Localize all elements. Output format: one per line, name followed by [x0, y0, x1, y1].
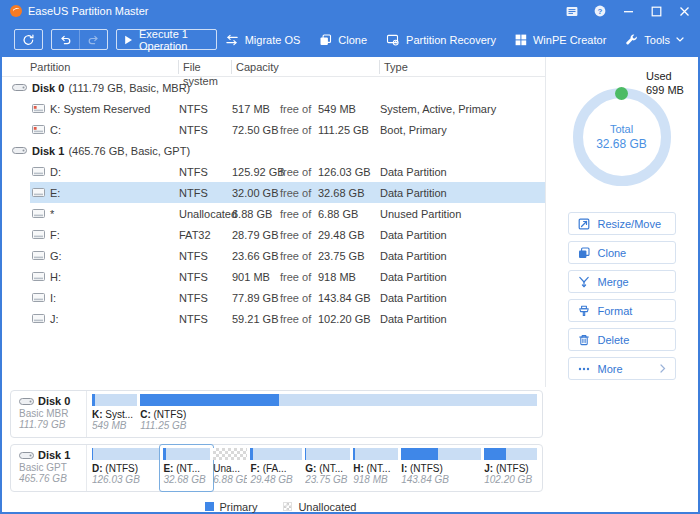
filesystem-value: FAT32 — [179, 229, 232, 241]
partition-row[interactable]: H:NTFS901 MBfree of918 MBData Partition — [2, 266, 545, 287]
partition-segment[interactable]: J: (NTFS)102.20 GB — [484, 448, 537, 489]
partition-row[interactable]: *Unallocated6.88 GBfree of6.88 GBUnused … — [2, 203, 545, 224]
undo-icon — [59, 34, 72, 46]
disk1-panel: Disk 1 Basic GPT 465.76 GB D: (NTFS)126.… — [10, 444, 543, 492]
partition-row[interactable]: D:NTFS125.92 GBfree of126.03 GBData Part… — [2, 161, 545, 182]
drive-icon — [32, 124, 45, 135]
drive-icon — [32, 313, 45, 324]
partition-recovery-button[interactable]: Partition Recovery — [386, 34, 496, 46]
format-button[interactable]: Format — [568, 299, 676, 322]
partition-row[interactable]: C:NTFS72.50 GBfree of111.25 GBBoot, Prim… — [2, 119, 545, 140]
filesystem-value: NTFS — [179, 124, 232, 136]
clone-toolbar-button[interactable]: Clone — [319, 34, 367, 46]
delete-icon — [578, 334, 590, 346]
partition-row[interactable]: G:NTFS23.66 GBfree of23.75 GBData Partit… — [2, 245, 545, 266]
undo-redo-group — [51, 29, 108, 50]
toolbar: Execute 1 Operation Migrate OS Clone Par… — [2, 22, 698, 57]
clone-button[interactable]: Clone — [568, 241, 676, 264]
column-header-type: Type — [380, 60, 545, 74]
free-of-label: free of — [280, 208, 318, 220]
partition-name: F: — [50, 229, 60, 241]
partition-segment[interactable]: K: Syst...549 MB — [92, 394, 137, 435]
disk-row[interactable]: Disk 1(465.76 GB, Basic, GPT) — [2, 140, 545, 161]
segment-size: 126.03 GB — [92, 474, 160, 485]
resize-move-icon — [578, 218, 590, 230]
unallocated-swatch-icon — [283, 502, 292, 511]
clone-label: Clone — [598, 247, 627, 259]
migrate-os-button[interactable]: Migrate OS — [225, 34, 301, 46]
column-header-filesystem: File system — [179, 60, 232, 74]
free-of-label: free of — [280, 229, 318, 241]
disk-row[interactable]: Disk 0(111.79 GB, Basic, MBR) — [2, 77, 545, 98]
partition-segment[interactable]: C: (NTFS)111.25 GB — [140, 394, 537, 435]
more-button[interactable]: More — [568, 357, 676, 380]
partition-row[interactable]: K: System ReservedNTFS517 MBfree of549 M… — [2, 98, 545, 119]
partition-segment[interactable]: E: (NT...32.68 GB — [163, 448, 210, 489]
tools-icon — [625, 34, 638, 46]
segment-usage-bar — [401, 448, 481, 460]
maximize-button[interactable] — [650, 5, 662, 17]
segment-label: I: (NTFS) — [401, 463, 481, 474]
partition-row[interactable]: I:NTFS77.89 GBfree of143.84 GBData Parti… — [2, 287, 545, 308]
view-mode-icon[interactable] — [566, 5, 578, 17]
partition-segment[interactable]: D: (NTFS)126.03 GB — [92, 448, 160, 489]
type-value: Unused Partition — [380, 208, 545, 220]
hdd-icon — [19, 450, 34, 461]
segment-size: 143.84 GB — [401, 474, 481, 485]
disk0-label[interactable]: Disk 0 Basic MBR 111.79 GB — [11, 391, 87, 437]
free-of-label: free of — [280, 124, 318, 136]
help-icon[interactable]: ? — [594, 5, 606, 17]
free-value: 32.00 GB — [232, 187, 280, 199]
merge-icon — [578, 276, 590, 288]
redo-button[interactable] — [79, 30, 107, 49]
legend-primary: Primary — [205, 501, 258, 513]
partition-table: Partition File system Capacity Type Disk… — [2, 57, 545, 387]
refresh-button[interactable] — [14, 29, 43, 50]
filesystem-value: NTFS — [179, 271, 232, 283]
free-value: 6.88 GB — [232, 208, 280, 220]
partition-segment[interactable]: H: (NT...918 MB — [353, 448, 398, 489]
resize-move-label: Resize/Move — [598, 218, 662, 230]
close-button[interactable] — [678, 5, 690, 17]
partition-row[interactable]: J:NTFS59.21 GBfree of102.20 GBData Parti… — [2, 308, 545, 329]
disk-detail: (111.79 GB, Basic, MBR) — [68, 82, 190, 94]
merge-label: Merge — [598, 276, 629, 288]
disk1-size: 465.76 GB — [19, 473, 84, 484]
delete-button[interactable]: Delete — [568, 328, 676, 351]
disk0-segments: K: Syst...549 MBC: (NTFS)111.25 GB — [87, 391, 542, 437]
minimize-button[interactable] — [622, 5, 634, 17]
redo-icon — [87, 34, 100, 46]
filesystem-value: NTFS — [179, 313, 232, 325]
free-value: 72.50 GB — [232, 124, 280, 136]
execute-operation-button[interactable]: Execute 1 Operation — [116, 29, 217, 50]
filesystem-value: NTFS — [179, 292, 232, 304]
execute-operation-label: Execute 1 Operation — [139, 28, 209, 52]
partition-row[interactable]: F:FAT3228.79 GBfree of29.48 GBData Parti… — [2, 224, 545, 245]
partition-segment[interactable]: I: (NTFS)143.84 GB — [401, 448, 481, 489]
partition-name: C: — [50, 124, 61, 136]
partition-segment[interactable]: G: (NT...23.75 GB — [305, 448, 350, 489]
free-of-label: free of — [280, 187, 318, 199]
partition-row[interactable]: E:NTFS32.00 GBfree of32.68 GBData Partit… — [2, 182, 545, 203]
segment-size: 6.88 GB — [213, 474, 247, 485]
type-value: Data Partition — [380, 271, 545, 283]
winpe-creator-button[interactable]: WinPE Creator — [515, 34, 606, 46]
segment-label: D: (NTFS) — [92, 463, 160, 474]
usage-donut-chart: Total 32.68 GB — [573, 88, 671, 186]
free-value: 28.79 GB — [232, 229, 280, 241]
disk1-label[interactable]: Disk 1 Basic GPT 465.76 GB — [11, 445, 87, 491]
tools-button[interactable]: Tools — [625, 34, 684, 46]
segment-label: H: (NT... — [353, 463, 398, 474]
table-header: Partition File system Capacity Type — [2, 57, 545, 77]
resize-move-button[interactable]: Resize/Move — [568, 212, 676, 235]
merge-button[interactable]: Merge — [568, 270, 676, 293]
total-value: 111.25 GB — [318, 124, 380, 136]
undo-button[interactable] — [52, 30, 79, 49]
svg-text:?: ? — [598, 7, 603, 16]
free-of-label: free of — [280, 166, 318, 178]
refresh-icon — [22, 34, 35, 46]
partition-segment[interactable]: F: (FA...29.48 GB — [250, 448, 302, 489]
segment-size: 918 MB — [353, 474, 398, 485]
unallocated-segment[interactable]: Una...6.88 GB — [213, 448, 247, 489]
disk-name: Disk 0 — [32, 82, 64, 94]
